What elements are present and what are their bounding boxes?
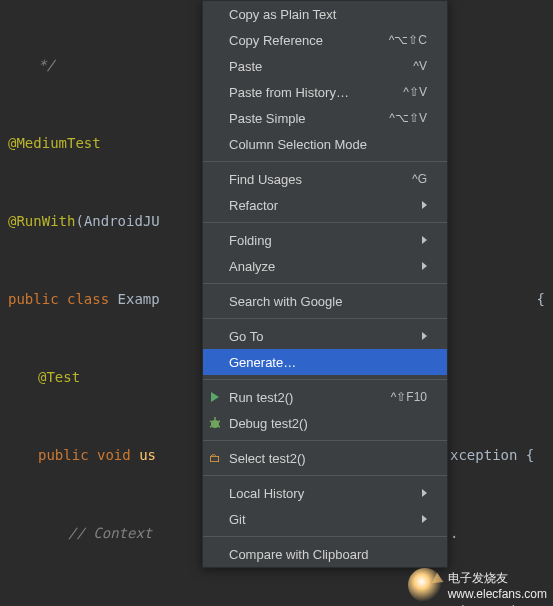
annotation-mediumtest: @MediumTest — [8, 135, 101, 151]
class-name: Examp — [109, 291, 160, 307]
shortcut: ^⇧V — [403, 85, 427, 99]
menu-separator — [203, 222, 447, 223]
menu-run-test[interactable]: Run test2()^⇧F10 — [203, 384, 447, 410]
menu-separator — [203, 161, 447, 162]
submenu-arrow-icon — [422, 201, 427, 209]
watermark: 电子发烧友 www.elecfans.com — [408, 568, 547, 602]
run-icon — [207, 389, 223, 405]
comment-end: */ — [38, 57, 55, 73]
class-ref: AndroidJU — [84, 213, 160, 229]
menu-paste-from-history[interactable]: Paste from History…^⇧V — [203, 79, 447, 105]
shortcut: ^⌥⇧C — [389, 33, 427, 47]
menu-copy-reference[interactable]: Copy Reference^⌥⇧C — [203, 27, 447, 53]
menu-find-usages[interactable]: Find Usages^G — [203, 166, 447, 192]
menu-separator — [203, 536, 447, 537]
menu-go-to[interactable]: Go To — [203, 323, 447, 349]
svg-line-5 — [218, 426, 220, 427]
method-name: us — [131, 447, 156, 463]
menu-search-with-google[interactable]: Search with Google — [203, 288, 447, 314]
svg-line-3 — [218, 421, 220, 422]
svg-line-2 — [210, 421, 212, 422]
svg-line-4 — [210, 426, 212, 427]
keyword-public-void: public void — [38, 447, 131, 463]
menu-paste[interactable]: Paste^V — [203, 53, 447, 79]
menu-debug-test[interactable]: Debug test2() — [203, 410, 447, 436]
menu-column-selection-mode[interactable]: Column Selection Mode — [203, 131, 447, 157]
shortcut: ^G — [412, 172, 427, 186]
annotation-runwith: @RunWith — [8, 213, 75, 229]
debug-icon — [207, 415, 223, 431]
menu-local-history[interactable]: Local History — [203, 480, 447, 506]
menu-select-test[interactable]: 🗀 Select test2() — [203, 445, 447, 471]
menu-separator — [203, 475, 447, 476]
shortcut: ^V — [413, 59, 427, 73]
menu-separator — [203, 379, 447, 380]
shortcut: ^⇧F10 — [391, 390, 427, 404]
comment: // Context — [68, 525, 152, 541]
shortcut: ^⌥⇧V — [389, 111, 427, 125]
submenu-arrow-icon — [422, 262, 427, 270]
editor-context-menu: Copy as Plain Text Copy Reference^⌥⇧C Pa… — [202, 0, 448, 568]
submenu-arrow-icon — [422, 515, 427, 523]
glow-icon — [408, 568, 442, 602]
submenu-arrow-icon — [422, 236, 427, 244]
menu-separator — [203, 283, 447, 284]
select-icon: 🗀 — [207, 450, 223, 466]
annotation-test: @Test — [38, 369, 80, 385]
menu-paste-simple[interactable]: Paste Simple^⌥⇧V — [203, 105, 447, 131]
menu-refactor[interactable]: Refactor — [203, 192, 447, 218]
menu-folding[interactable]: Folding — [203, 227, 447, 253]
menu-compare-with-clipboard[interactable]: Compare with Clipboard — [203, 541, 447, 567]
menu-separator — [203, 318, 447, 319]
menu-git[interactable]: Git — [203, 506, 447, 532]
watermark-text: 电子发烧友 — [448, 570, 547, 587]
svg-point-0 — [211, 420, 219, 428]
watermark-url: www.elecfans.com — [448, 587, 547, 601]
menu-generate[interactable]: Generate… — [203, 349, 447, 375]
keyword-public-class: public class — [8, 291, 109, 307]
submenu-arrow-icon — [422, 489, 427, 497]
submenu-arrow-icon — [422, 332, 427, 340]
menu-separator — [203, 440, 447, 441]
menu-copy-plain-text[interactable]: Copy as Plain Text — [203, 1, 447, 27]
menu-analyze[interactable]: Analyze — [203, 253, 447, 279]
